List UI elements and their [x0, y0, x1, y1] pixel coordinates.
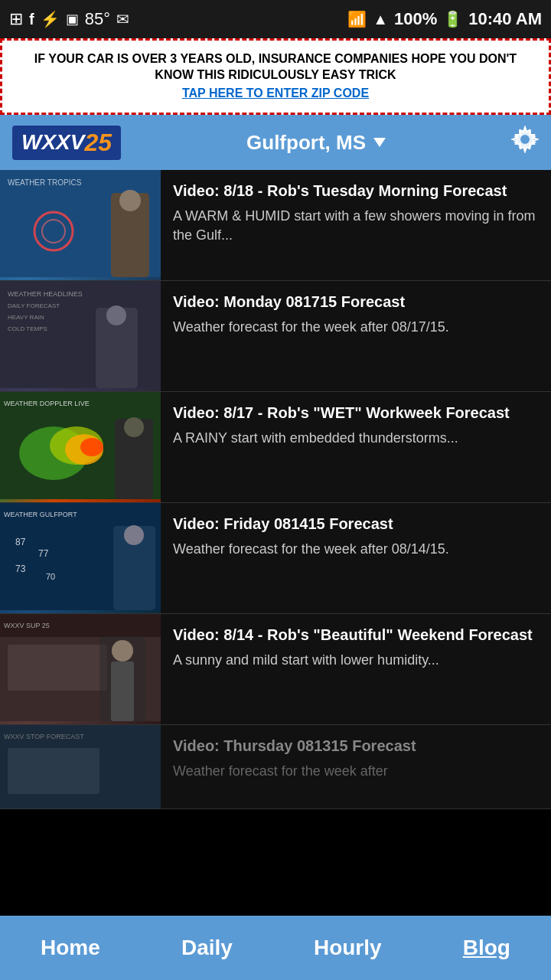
battery-icon: 🔋 — [443, 10, 462, 28]
svg-rect-41 — [8, 748, 99, 794]
nav-hourly[interactable]: Hourly — [298, 929, 397, 966]
ad-banner[interactable]: IF YOUR CAR IS OVER 3 YEARS OLD, INSURAN… — [0, 38, 551, 115]
status-bar-right: 📶 ▲ 100% 🔋 10:40 AM — [347, 9, 542, 29]
svg-rect-35 — [8, 645, 107, 691]
facebook-icon: f — [29, 11, 34, 28]
video-title: Video: 8/14 - Rob's "Beautiful" Weekend … — [173, 625, 539, 645]
video-thumbnail: WXXV STOP FORECAST — [0, 725, 161, 808]
svg-text:70: 70 — [46, 572, 55, 581]
list-item[interactable]: WXXV SUP 25 Video: 8/14 - Rob's "Beautif… — [0, 614, 551, 725]
video-info: Video: Monday 081715 Forecast Weather fo… — [161, 281, 551, 391]
ad-text-top: IF YOUR CAR IS OVER 3 YEARS OLD, INSURAN… — [15, 51, 536, 83]
video-title: Video: Friday 081415 Forecast — [173, 514, 539, 534]
list-item[interactable]: WEATHER HEADLINES DAILY FORECAST HEAVY R… — [0, 281, 551, 392]
wifi-icon: 📶 — [347, 10, 367, 28]
video-thumbnail: WEATHER DOPPLER LIVE — [0, 392, 161, 502]
list-item[interactable]: WEATHER TROPICS Video: 8/18 - Rob's Tues… — [0, 170, 551, 281]
time-label: 10:40 AM — [468, 9, 542, 29]
video-thumbnail: WEATHER HEADLINES DAILY FORECAST HEAVY R… — [0, 281, 161, 391]
svg-point-23 — [124, 417, 144, 437]
video-info: Video: Friday 081415 Forecast Weather fo… — [161, 503, 551, 613]
video-description: Weather forecast for the week after — [173, 762, 539, 781]
svg-point-15 — [106, 305, 126, 325]
svg-text:WXXV SUP 25: WXXV SUP 25 — [4, 622, 50, 629]
video-list: WEATHER TROPICS Video: 8/18 - Rob's Tues… — [0, 170, 551, 809]
svg-point-8 — [119, 190, 141, 211]
svg-text:COLD TEMPS: COLD TEMPS — [8, 325, 47, 332]
list-item[interactable]: WEATHER GULFPORT 87 77 73 70 Video: Frid… — [0, 503, 551, 614]
dropdown-arrow-icon — [373, 138, 386, 147]
signal-icon: ▲ — [373, 11, 388, 28]
svg-text:WEATHER GULFPORT: WEATHER GULFPORT — [4, 511, 77, 518]
svg-text:WEATHER TROPICS: WEATHER TROPICS — [8, 178, 82, 187]
nav-daily-label: Daily — [181, 936, 233, 959]
location-text: Gulfport, MS — [246, 131, 366, 155]
svg-point-2 — [520, 135, 530, 144]
svg-point-31 — [124, 525, 144, 545]
app-header: WXXV 25 Gulfport, MS — [0, 115, 551, 170]
video-thumbnail: WEATHER TROPICS — [0, 170, 161, 280]
temperature-label: 85° — [85, 9, 110, 29]
list-item[interactable]: WXXV STOP FORECAST Video: Thursday 08131… — [0, 725, 551, 809]
usb-icon: ⚡ — [41, 10, 60, 28]
list-item[interactable]: WEATHER DOPPLER LIVE Video: 8/17 - Rob's… — [0, 392, 551, 503]
video-thumbnail: WEATHER GULFPORT 87 77 73 70 — [0, 503, 161, 613]
image-icon: ▣ — [66, 11, 79, 28]
svg-text:73: 73 — [15, 564, 26, 574]
video-title: Video: 8/17 - Rob's "WET" Workweek Forec… — [173, 403, 539, 423]
svg-text:87: 87 — [15, 537, 26, 547]
video-description: A WARM & HUMID start with a few showers … — [173, 207, 539, 245]
nav-blog-label: Blog — [463, 936, 510, 959]
nav-home-label: Home — [41, 936, 100, 959]
battery-label: 100% — [394, 9, 437, 29]
settings-button[interactable] — [511, 126, 539, 159]
video-info: Video: Thursday 081315 Forecast Weather … — [161, 725, 551, 808]
svg-text:WXXV STOP FORECAST: WXXV STOP FORECAST — [4, 733, 84, 740]
video-info: Video: 8/18 - Rob's Tuesday Morning Fore… — [161, 170, 551, 280]
gmail-icon: ✉ — [116, 10, 129, 28]
svg-text:DAILY FORECAST: DAILY FORECAST — [8, 302, 60, 309]
nav-blog[interactable]: Blog — [448, 929, 526, 966]
svg-text:77: 77 — [38, 548, 49, 559]
svg-text:WEATHER DOPPLER LIVE: WEATHER DOPPLER LIVE — [4, 400, 90, 407]
svg-point-37 — [112, 640, 133, 662]
status-bar-left-icons: ⊞ f ⚡ ▣ 85° ✉ — [9, 9, 129, 29]
video-info: Video: 8/14 - Rob's "Beautiful" Weekend … — [161, 614, 551, 724]
bottom-navigation: Home Daily Hourly Blog — [0, 916, 551, 980]
logo-number: 25 — [84, 129, 112, 157]
svg-rect-38 — [111, 662, 134, 721]
nav-daily[interactable]: Daily — [166, 929, 248, 966]
app-logo: WXXV 25 — [12, 126, 121, 160]
nav-hourly-label: Hourly — [314, 936, 382, 959]
video-description: A RAINY start with embedded thunderstorm… — [173, 429, 539, 448]
video-description: Weather forecast for the week after 08/1… — [173, 318, 539, 337]
svg-text:HEAVY RAIN: HEAVY RAIN — [8, 314, 44, 321]
video-thumbnail: WXXV SUP 25 — [0, 614, 161, 724]
location-selector[interactable]: Gulfport, MS — [246, 131, 386, 155]
svg-point-21 — [80, 438, 103, 456]
svg-text:WEATHER HEADLINES: WEATHER HEADLINES — [8, 290, 83, 298]
video-title: Video: Monday 081715 Forecast — [173, 292, 539, 312]
video-title: Video: Thursday 081315 Forecast — [173, 736, 539, 756]
video-info: Video: 8/17 - Rob's "WET" Workweek Forec… — [161, 392, 551, 502]
ad-text-bottom: TAP HERE TO ENTER ZIP CODE — [15, 86, 536, 102]
logo-text: WXXV — [21, 130, 84, 155]
video-title: Video: 8/18 - Rob's Tuesday Morning Fore… — [173, 181, 539, 201]
plus-icon: ⊞ — [9, 9, 23, 29]
nav-home[interactable]: Home — [25, 929, 116, 966]
status-bar: ⊞ f ⚡ ▣ 85° ✉ 📶 ▲ 100% 🔋 10:40 AM — [0, 0, 551, 38]
video-description: A sunny and mild start with lower humidi… — [173, 651, 539, 670]
video-description: Weather forecast for the week after 08/1… — [173, 540, 539, 559]
